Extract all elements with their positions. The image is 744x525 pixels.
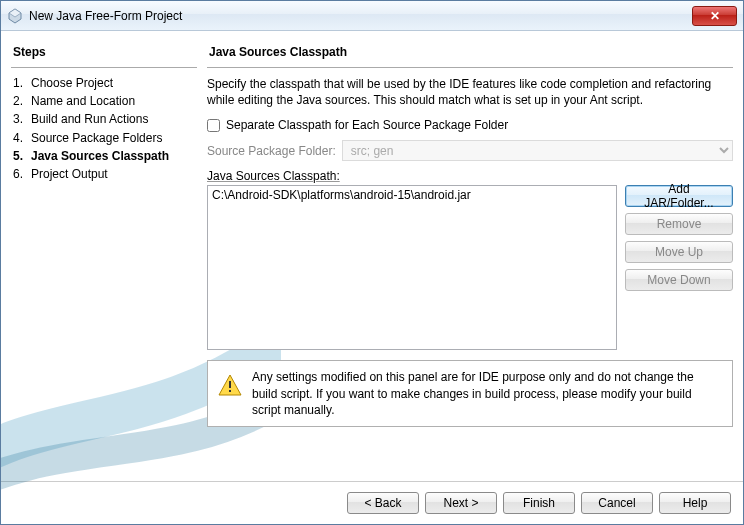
dialog-body: Steps 1.Choose Project 2.Name and Locati…: [1, 31, 743, 481]
svg-rect-4: [229, 390, 231, 392]
panel-heading: Java Sources Classpath: [207, 41, 733, 65]
warning-icon: [218, 373, 242, 397]
titlebar: New Java Free-Form Project ✕: [1, 1, 743, 31]
window-title: New Java Free-Form Project: [29, 9, 692, 23]
classpath-buttons: Add JAR/Folder... Remove Move Up Move Do…: [625, 185, 733, 350]
dialog-window: New Java Free-Form Project ✕ Steps 1.Cho…: [0, 0, 744, 525]
step-item: 6.Project Output: [11, 165, 197, 183]
panel-description: Specify the classpath that will be used …: [207, 76, 733, 108]
step-item: 2.Name and Location: [11, 92, 197, 110]
step-item: 1.Choose Project: [11, 74, 197, 92]
main-panel: Java Sources Classpath Specify the class…: [207, 41, 733, 481]
divider: [207, 67, 733, 68]
add-jar-button[interactable]: Add JAR/Folder...: [625, 185, 733, 207]
finish-button[interactable]: Finish: [503, 492, 575, 514]
close-icon: ✕: [710, 9, 720, 23]
dialog-footer: < Back Next > Finish Cancel Help: [1, 481, 743, 524]
classpath-listbox[interactable]: C:\Android-SDK\platforms\android-15\andr…: [207, 185, 617, 350]
back-button[interactable]: < Back: [347, 492, 419, 514]
warning-panel: Any settings modified on this panel are …: [207, 360, 733, 427]
steps-list: 1.Choose Project 2.Name and Location 3.B…: [11, 74, 197, 183]
next-button[interactable]: Next >: [425, 492, 497, 514]
cancel-button[interactable]: Cancel: [581, 492, 653, 514]
separate-classpath-checkbox[interactable]: [207, 119, 220, 132]
source-folder-label: Source Package Folder:: [207, 144, 336, 158]
source-folder-row: Source Package Folder: src; gen: [207, 140, 733, 161]
list-item[interactable]: C:\Android-SDK\platforms\android-15\andr…: [212, 188, 612, 202]
source-folder-select: src; gen: [342, 140, 733, 161]
divider: [11, 67, 197, 68]
svg-rect-3: [229, 381, 231, 388]
move-up-button: Move Up: [625, 241, 733, 263]
help-button[interactable]: Help: [659, 492, 731, 514]
move-down-button: Move Down: [625, 269, 733, 291]
close-button[interactable]: ✕: [692, 6, 737, 26]
remove-button: Remove: [625, 213, 733, 235]
steps-sidebar: Steps 1.Choose Project 2.Name and Locati…: [11, 41, 197, 481]
separate-classpath-label: Separate Classpath for Each Source Packa…: [226, 118, 508, 132]
separate-classpath-row: Separate Classpath for Each Source Packa…: [207, 118, 733, 132]
steps-heading: Steps: [11, 41, 197, 65]
classpath-label: Java Sources Classpath:: [207, 169, 733, 183]
app-icon: [7, 8, 23, 24]
step-item: 3.Build and Run Actions: [11, 110, 197, 128]
classpath-row: C:\Android-SDK\platforms\android-15\andr…: [207, 185, 733, 350]
step-item: 4.Source Package Folders: [11, 129, 197, 147]
warning-text: Any settings modified on this panel are …: [252, 369, 722, 418]
step-item-current: 5.Java Sources Classpath: [11, 147, 197, 165]
